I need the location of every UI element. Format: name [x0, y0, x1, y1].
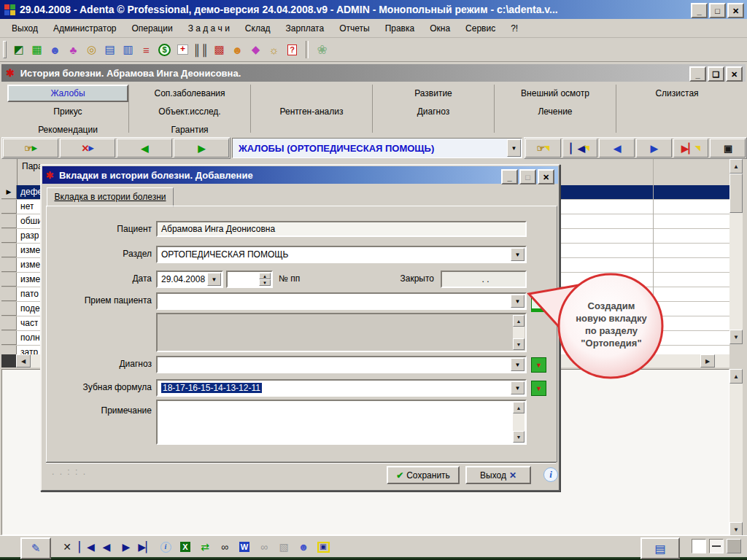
first-aid-icon[interactable]: + — [174, 40, 192, 60]
pick-flag-button[interactable]: ☞◥ — [525, 139, 561, 158]
word-icon[interactable]: W — [236, 537, 253, 556]
package-icon[interactable]: ◆ — [247, 40, 265, 60]
row-selector[interactable] — [1, 331, 17, 345]
close-button[interactable]: ✕ — [727, 3, 744, 18]
edit-icon[interactable]: ✎ — [20, 537, 51, 559]
formula-combobox[interactable]: 18-17-16-15-14-13-12-11 ▼ — [156, 379, 527, 397]
menu-item[interactable]: Зарплата — [286, 23, 325, 34]
patients-icon[interactable]: ☻ — [46, 40, 64, 60]
barcode-icon[interactable]: ║║ — [192, 40, 210, 60]
scrollbar-thumb[interactable] — [729, 174, 743, 213]
scroll-up-button[interactable]: ▲ — [513, 315, 525, 327]
tab-vneshniy-osmotr[interactable]: Внешний осмотр — [495, 85, 616, 102]
tab-garantiya[interactable]: Гарантия — [129, 121, 250, 139]
tab-rekomendacii[interactable]: Рекомендации — [7, 121, 128, 139]
closed-field[interactable]: . . — [441, 271, 527, 288]
delete-record-button[interactable]: ✕▶ — [60, 139, 115, 158]
mdi-restore-button[interactable]: ❏ — [708, 66, 724, 82]
find-disabled-icon[interactable]: ∞ — [255, 537, 273, 556]
menu-item[interactable]: Склад — [245, 23, 271, 34]
layers-button[interactable]: ▤ — [640, 537, 680, 559]
scroll-down-button[interactable]: ▼ — [513, 431, 525, 443]
save-record-button[interactable]: ▣ — [710, 139, 746, 158]
scroll-up-button[interactable]: ▲ — [729, 159, 743, 174]
staff-icon[interactable]: ☻ — [228, 40, 247, 60]
row-selector[interactable] — [1, 258, 17, 272]
scrollbar-track[interactable] — [729, 174, 743, 330]
last-flag-button[interactable]: ▶▏◥ — [673, 139, 709, 158]
last-record-icon[interactable]: ▶▏ — [137, 537, 155, 556]
note-textarea[interactable]: ▲ ▼ — [156, 400, 527, 445]
scroll-left-button[interactable]: ◀ — [16, 354, 31, 368]
row-selector[interactable]: ▶ — [1, 185, 17, 199]
prev-record-icon[interactable]: ◀ — [98, 537, 115, 556]
help-mail-icon[interactable]: ? — [283, 40, 301, 60]
tab-razvitie[interactable]: Развитие — [373, 85, 494, 102]
row-selector[interactable] — [1, 244, 17, 257]
menu-item[interactable]: З а д а ч и — [188, 23, 230, 34]
diagnosis-combobox[interactable]: ▼ — [156, 356, 527, 373]
first-record-icon[interactable]: ▏◀ — [78, 537, 96, 556]
row-selector[interactable] — [1, 273, 17, 287]
spin-down-icon[interactable]: ▼ — [259, 279, 271, 286]
patient-field[interactable]: Абрамова Инга Деонисовна — [156, 221, 527, 237]
disk-icon[interactable]: ▣ — [314, 537, 332, 556]
next-blue-button[interactable]: ▶ — [636, 139, 672, 158]
dialog-maximize-button[interactable]: □ — [519, 169, 536, 184]
gift-icon[interactable]: ▩ — [210, 40, 228, 60]
textarea-scrollbar[interactable]: ▲ ▼ — [513, 315, 525, 350]
money-icon[interactable]: $ — [155, 40, 174, 60]
tab-prikus[interactable]: Прикус — [7, 103, 128, 120]
chevron-down-icon[interactable]: ▼ — [511, 358, 525, 371]
reception-textarea[interactable]: ▲ ▼ — [156, 313, 527, 352]
folder-disabled-icon[interactable]: ▧ — [275, 537, 293, 556]
scrollbar-track[interactable] — [729, 384, 743, 522]
grid-header-label[interactable]: Пара — [18, 159, 43, 185]
chevron-down-icon[interactable]: ▼ — [511, 381, 525, 394]
find-template-icon[interactable]: ∞ — [216, 537, 233, 556]
tab-sop-zabolevaniya[interactable]: Соп.заболевания — [129, 85, 250, 102]
clover-icon[interactable]: ❀ — [313, 40, 331, 60]
chevron-down-icon[interactable]: ▼ — [511, 295, 525, 308]
mdi-minimize-button[interactable]: _ — [689, 66, 706, 82]
info-icon[interactable]: i — [157, 537, 174, 556]
section-selector-combobox[interactable]: ЖАЛОБЫ (ОРТОПЕДИЧЕСКАЯ ПОМОЩЬ) ▼ — [232, 138, 522, 158]
calendar-7-icon[interactable]: ▥ — [119, 40, 137, 60]
next-green-button[interactable]: ▶ — [174, 139, 229, 158]
menu-item[interactable]: Администратор — [53, 23, 117, 34]
card-file-icon[interactable]: ◩ — [9, 40, 28, 60]
minimize-button[interactable]: _ — [691, 3, 708, 18]
date-combobox[interactable]: 29.04.2008 ▼ — [156, 271, 223, 288]
dialog-minimize-button[interactable]: _ — [501, 169, 518, 184]
mdi-close-button[interactable]: ✕ — [726, 66, 743, 82]
menu-item[interactable]: Окна — [430, 23, 450, 34]
save-button[interactable]: ✔ Сохранить — [387, 466, 460, 484]
view-filled-button[interactable] — [727, 539, 741, 553]
section-combobox[interactable]: ОРТОПЕДИЧЕСКАЯ ПОМОЩЬ ▼ — [156, 246, 527, 263]
chevron-down-icon[interactable]: ▼ — [511, 248, 525, 261]
balloons-icon[interactable]: ♣ — [64, 40, 82, 60]
gear-icon[interactable]: ☼ — [265, 40, 283, 60]
menu-item[interactable]: ?! — [511, 23, 518, 34]
maximize-button[interactable]: □ — [709, 3, 726, 18]
prev-blue-button[interactable]: ◀ — [599, 139, 635, 158]
people-icon[interactable]: ☻ — [295, 537, 312, 556]
row-selector[interactable] — [1, 214, 17, 228]
scroll-down-button[interactable]: ▼ — [729, 522, 743, 537]
menu-item[interactable]: Правка — [385, 23, 415, 34]
row-selector[interactable] — [1, 287, 17, 301]
menu-item[interactable]: Сервис — [465, 23, 495, 34]
scroll-right-button[interactable]: ▶ — [700, 354, 715, 368]
chevron-down-icon[interactable]: ▼ — [507, 139, 521, 157]
scroll-down-button[interactable]: ▼ — [729, 330, 743, 344]
chevron-down-icon[interactable]: ▼ — [207, 273, 221, 286]
prev-green-button[interactable]: ◀ — [117, 139, 172, 158]
first-flag-button[interactable]: ▏◀◥ — [562, 139, 598, 158]
exit-button[interactable]: Выход ✕ — [465, 466, 531, 484]
scroll-up-button[interactable]: ▲ — [729, 369, 743, 384]
detail-vscrollbar[interactable]: ▲ ▼ — [729, 369, 743, 534]
row-selector[interactable] — [1, 316, 17, 330]
row-selector[interactable] — [1, 200, 17, 214]
stripes-icon[interactable]: ≡ — [137, 40, 155, 60]
tab-diagnoz[interactable]: Диагноз — [373, 103, 494, 120]
